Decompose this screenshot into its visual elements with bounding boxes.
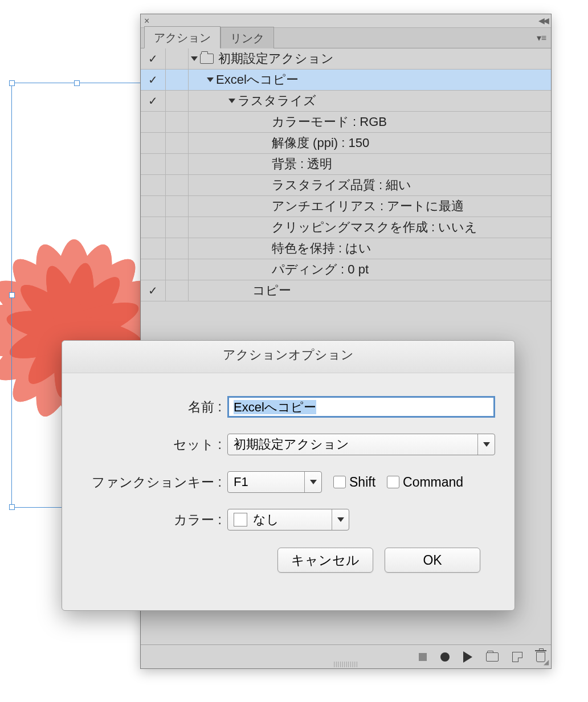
set-select[interactable]: 初期設定アクション (227, 434, 495, 455)
handle-mid-left[interactable] (9, 292, 15, 298)
command-label: Command (403, 475, 463, 490)
disclosure-icon[interactable] (207, 77, 214, 82)
action-param-row[interactable]: パディング : 0 pt (141, 259, 551, 280)
param-label: 背景 : 透明 (272, 156, 332, 173)
action-param-row[interactable]: カラーモード : RGB (141, 112, 551, 133)
color-select[interactable]: なし (227, 509, 349, 530)
close-icon[interactable]: × (144, 16, 149, 26)
param-label: カラーモード : RGB (272, 113, 387, 130)
record-icon[interactable] (440, 652, 450, 662)
disclosure-icon[interactable] (228, 99, 235, 103)
play-icon[interactable] (463, 651, 472, 663)
action-options-dialog: アクションオプション 名前 : Excelへコピー セット : 初期設定アクショ… (62, 340, 515, 611)
step-label: ラスタライズ (238, 92, 316, 109)
toggle-check[interactable]: ✓ (141, 91, 166, 111)
action-param-row[interactable]: ラスタライズ品質 : 細い (141, 175, 551, 196)
fkey-label: ファンクションキー : (79, 474, 227, 491)
command-checkbox[interactable] (387, 476, 399, 488)
set-label: セット : (79, 436, 227, 454)
scroll-hint: |||||||||||| (333, 661, 358, 667)
new-action-icon[interactable] (512, 652, 522, 662)
set-value: 初期設定アクション (234, 436, 349, 453)
action-step-row[interactable]: ✓ ラスタライズ (141, 91, 551, 112)
dialog-title: アクションオプション (62, 341, 514, 373)
new-set-icon[interactable] (486, 652, 499, 662)
step-label: コピー (252, 282, 291, 299)
param-label: アンチエイリアス : アートに最適 (272, 198, 464, 215)
folder-icon (200, 54, 214, 64)
tab-links[interactable]: リンク (220, 27, 274, 48)
panel-tabs: アクション リンク ▾≡ (141, 28, 551, 48)
handle-bottom-left[interactable] (9, 504, 15, 510)
name-input[interactable]: Excelへコピー (227, 396, 495, 418)
toggle-check[interactable] (141, 112, 166, 132)
color-value: なし (253, 511, 279, 528)
action-param-row[interactable]: クリッピングマスクを作成 : いいえ (141, 217, 551, 238)
action-set-label: 初期設定アクション (218, 50, 334, 67)
shift-label: Shift (349, 475, 375, 490)
resize-grip-icon[interactable]: ◢ (544, 658, 549, 666)
tab-actions[interactable]: アクション (144, 26, 220, 48)
toggle-dialog[interactable] (166, 91, 189, 111)
toggle-check[interactable]: ✓ (141, 48, 166, 69)
color-swatch (234, 513, 247, 526)
param-label: ラスタライズ品質 : 細い (272, 177, 411, 194)
toggle-dialog[interactable] (166, 280, 189, 301)
panel-footer: ◢ |||||||||||| (141, 644, 551, 668)
action-label: Excelへコピー (216, 71, 299, 88)
action-param-row[interactable]: 背景 : 透明 (141, 154, 551, 175)
color-label: カラー : (79, 511, 227, 529)
chevron-down-icon (477, 434, 495, 455)
action-step-row[interactable]: ✓ コピー (141, 280, 551, 301)
panel-menu-icon[interactable]: ▾≡ (537, 32, 546, 43)
action-param-row[interactable]: 特色を保持 : はい (141, 238, 551, 259)
shift-checkbox[interactable] (333, 476, 346, 488)
toggle-dialog[interactable] (166, 48, 189, 69)
disclosure-icon[interactable] (191, 56, 198, 61)
fkey-select[interactable]: F1 (227, 471, 322, 493)
collapse-icon[interactable]: ◀◀ (538, 16, 548, 25)
toggle-dialog[interactable] (166, 70, 189, 90)
stop-icon[interactable] (419, 653, 427, 661)
name-label: 名前 : (79, 398, 227, 416)
fkey-value: F1 (234, 475, 248, 489)
param-label: 解像度 (ppi) : 150 (272, 134, 369, 152)
toggle-check[interactable]: ✓ (141, 280, 166, 301)
toggle-check[interactable]: ✓ (141, 70, 166, 90)
cancel-button[interactable]: キャンセル (277, 548, 373, 573)
param-label: 特色を保持 : はい (272, 240, 371, 257)
action-row[interactable]: ✓ Excelへコピー (141, 70, 551, 91)
handle-top-left[interactable] (9, 80, 15, 86)
ok-button[interactable]: OK (385, 548, 480, 573)
action-list: ✓ 初期設定アクション ✓ Excelへコピー ✓ ラスタライズ (141, 48, 551, 301)
action-param-row[interactable]: アンチエイリアス : アートに最適 (141, 196, 551, 217)
action-param-row[interactable]: 解像度 (ppi) : 150 (141, 133, 551, 154)
chevron-down-icon (304, 472, 321, 492)
param-label: クリッピングマスクを作成 : いいえ (272, 219, 477, 236)
action-set-row[interactable]: ✓ 初期設定アクション (141, 48, 551, 70)
handle-top-mid[interactable] (74, 80, 80, 86)
toggle-dialog[interactable] (166, 112, 189, 132)
param-label: パディング : 0 pt (272, 261, 369, 278)
chevron-down-icon (332, 509, 349, 530)
